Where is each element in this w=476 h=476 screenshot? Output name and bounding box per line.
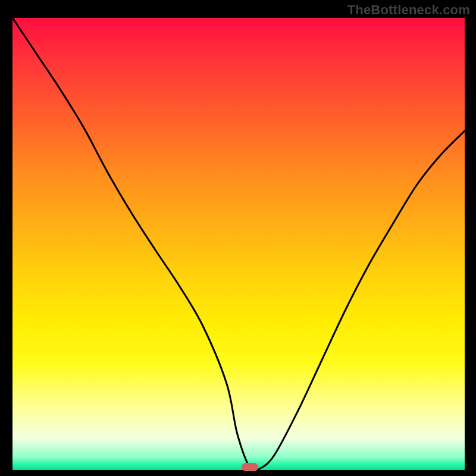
chart-container: TheBottleneck.com: [0, 0, 476, 476]
curve-path: [12, 18, 465, 470]
optimum-marker: [242, 463, 258, 471]
watermark-text: TheBottleneck.com: [347, 2, 470, 18]
bottleneck-curve: [12, 18, 465, 470]
